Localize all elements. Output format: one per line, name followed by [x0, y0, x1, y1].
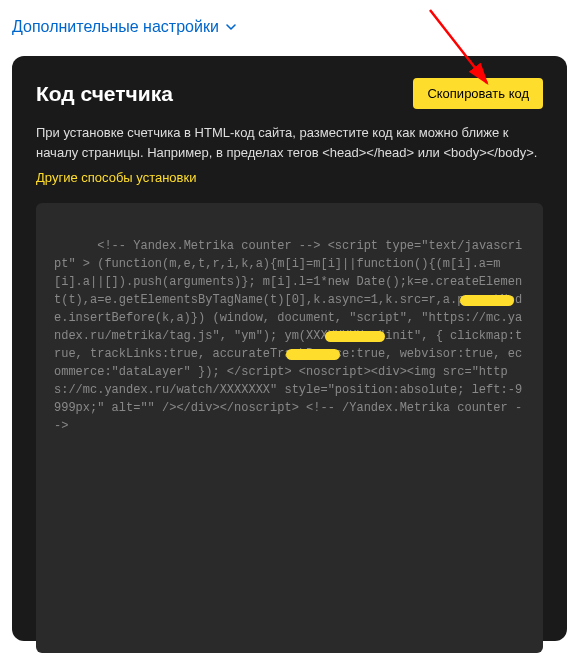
highlight-marker: [286, 349, 340, 360]
counter-code-panel: Код счетчика Скопировать код При установ…: [12, 56, 567, 641]
copy-code-button[interactable]: Скопировать код: [413, 78, 543, 109]
chevron-down-icon: [225, 21, 237, 33]
additional-settings-link[interactable]: Дополнительные настройки: [0, 0, 579, 56]
code-text: <!-- Yandex.Metrika counter --> <script …: [54, 219, 525, 507]
panel-header: Код счетчика Скопировать код: [36, 78, 543, 109]
code-box[interactable]: <!-- Yandex.Metrika counter --> <script …: [36, 203, 543, 653]
highlight-marker: [460, 295, 514, 306]
other-install-methods-link[interactable]: Другие способы установки: [36, 170, 196, 185]
highlight-marker: [325, 331, 385, 342]
code-content: <!-- Yandex.Metrika counter --> <script …: [54, 239, 522, 433]
panel-title: Код счетчика: [36, 82, 173, 106]
panel-description: При установке счетчика в HTML-код сайта,…: [36, 123, 543, 162]
additional-settings-label: Дополнительные настройки: [12, 18, 219, 36]
